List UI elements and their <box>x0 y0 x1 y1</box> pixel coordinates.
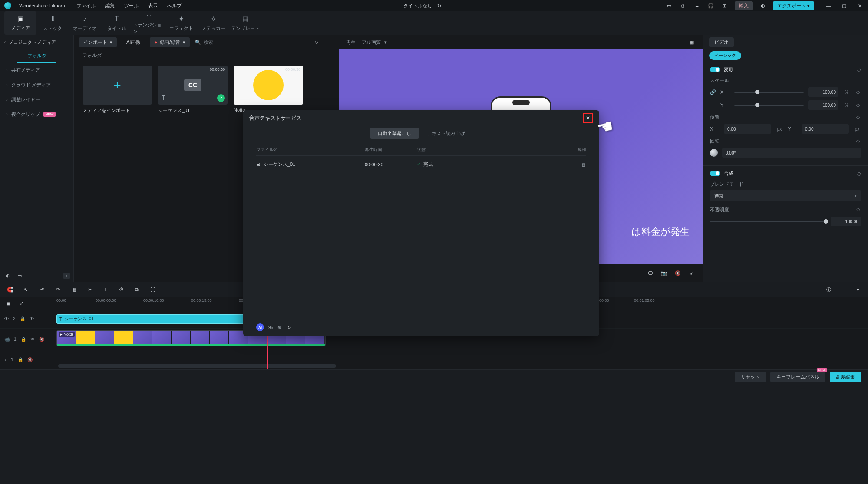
transform-toggle[interactable] <box>710 67 720 72</box>
reset-button[interactable]: リセット <box>735 372 766 382</box>
sidebar-item-cloud[interactable]: ›クラウド メディア <box>0 77 73 92</box>
search-input[interactable]: 🔍検索 <box>195 39 307 46</box>
keyframe-icon[interactable]: ◇ <box>855 114 861 121</box>
lock-icon[interactable]: 🔒 <box>20 316 25 321</box>
crop-icon[interactable]: ⧉ <box>133 286 141 293</box>
close-window-icon[interactable]: ✕ <box>856 2 864 10</box>
pos-y-input[interactable]: 0.00 <box>802 124 849 134</box>
more-icon[interactable]: ⋯ <box>326 38 333 46</box>
scale-x-input[interactable]: 100.00 <box>808 87 838 97</box>
info-icon[interactable]: ⓘ <box>825 286 832 293</box>
expand-icon[interactable]: ⤢ <box>17 299 25 307</box>
grid-icon[interactable]: ⊞ <box>721 2 729 10</box>
keyframe-icon[interactable]: ◇ <box>855 138 861 145</box>
modal-minimize[interactable]: — <box>571 113 579 123</box>
ai-image-button[interactable]: AI画像 <box>122 37 145 47</box>
play-tab[interactable]: 再生 <box>346 39 356 46</box>
fullscreen-icon[interactable]: ⤢ <box>688 269 696 277</box>
import-dropdown[interactable]: インポート▾ <box>79 37 117 47</box>
import-button[interactable]: 輸入 <box>735 1 753 10</box>
advanced-edit-button[interactable]: 高度編集 <box>830 372 861 382</box>
add-credits[interactable]: ⊕ <box>277 325 281 330</box>
media-import-card[interactable]: + メディアをインポート <box>83 66 152 114</box>
keyframe-icon[interactable]: ◇ <box>855 89 861 95</box>
display-icon[interactable]: 🖵 <box>646 269 654 277</box>
tab-media[interactable]: ▣メディア <box>4 11 36 35</box>
cut-icon[interactable]: ✂ <box>86 286 94 293</box>
layout-icon[interactable]: ▭ <box>665 2 673 10</box>
speed-icon[interactable]: ⏱ <box>117 286 125 293</box>
tab-sticker[interactable]: ✧ステッカー <box>197 11 229 35</box>
camera-icon[interactable]: 📷 <box>660 269 668 277</box>
quality-select[interactable]: フル画質▾ <box>362 39 387 46</box>
tab-title[interactable]: Tタイトル <box>101 11 133 35</box>
menu-view[interactable]: 表示 <box>148 3 158 9</box>
undo-icon[interactable]: ↶ <box>38 286 46 293</box>
folder-tab[interactable]: フォルダ <box>17 49 56 63</box>
menu-tool[interactable]: ツール <box>124 3 139 9</box>
keyframe-icon[interactable]: ◇ <box>857 171 861 177</box>
modal-tab-stt[interactable]: 自動字幕起こし <box>370 128 419 139</box>
menu-file[interactable]: ファイル <box>76 3 96 9</box>
volume-icon[interactable]: 🔇 <box>674 269 682 277</box>
keyframe-icon[interactable]: ◇ <box>855 207 861 213</box>
headphones-icon[interactable]: 🎧 <box>707 2 715 10</box>
keyframe-icon[interactable]: ◇ <box>855 102 861 108</box>
inspector-subtab-basic[interactable]: ベーシック <box>709 51 741 60</box>
record-dropdown[interactable]: ●録画/録音▾ <box>150 37 190 47</box>
folder-icon[interactable]: ▭ <box>16 272 23 280</box>
redo-icon[interactable]: ↷ <box>54 286 62 293</box>
composite-toggle[interactable] <box>710 171 720 176</box>
history-icon[interactable]: ↻ <box>436 2 443 10</box>
collapse-sidebar[interactable]: ‹ <box>63 273 70 279</box>
menu-edit[interactable]: 編集 <box>105 3 115 9</box>
filter-icon[interactable]: ▽ <box>313 38 320 46</box>
modal-tab-tts[interactable]: テキスト読み上げ <box>419 128 473 139</box>
sidebar-item-adjust[interactable]: ›調整レイヤー <box>0 92 73 107</box>
sidebar-item-shared[interactable]: ›共有メディア <box>0 63 73 77</box>
delete-icon[interactable]: 🗑 <box>70 286 78 293</box>
fit-icon[interactable]: ▣ <box>4 299 12 307</box>
project-media-header[interactable]: ‹プロジェクトメディア <box>0 35 73 49</box>
link-icon[interactable]: 🔗 <box>710 89 716 95</box>
scale-y-input[interactable]: 100.00 <box>808 100 838 110</box>
minimize-icon[interactable]: — <box>825 2 832 10</box>
tab-audio[interactable]: ♪オーディオ <box>69 11 101 35</box>
tab-stock[interactable]: ⬇ストック <box>36 11 69 35</box>
mute-icon[interactable]: 🔇 <box>39 337 44 342</box>
inspector-tab-video[interactable]: ビデオ <box>709 37 734 47</box>
rotation-input[interactable]: 0.00° <box>722 148 861 158</box>
refresh-icon[interactable]: ↻ <box>285 323 293 331</box>
text-tool-icon[interactable]: T <box>102 286 109 293</box>
video-track-icon[interactable]: 📹 <box>4 337 10 342</box>
opacity-slider[interactable] <box>710 221 826 222</box>
eye-icon[interactable]: 👁 <box>30 337 35 342</box>
group-icon[interactable]: ⛶ <box>149 286 156 293</box>
save-icon[interactable]: ⎙ <box>679 2 687 10</box>
menu-help[interactable]: ヘルプ <box>167 3 182 9</box>
cloud-icon[interactable]: ☁ <box>693 2 701 10</box>
timeline-scrollbar[interactable] <box>58 364 336 368</box>
eye-icon[interactable]: 👁 <box>4 316 9 321</box>
modal-close[interactable]: ✕ <box>583 113 593 123</box>
media-card[interactable]: 00:00:30 Notta <box>234 66 303 114</box>
opacity-input[interactable]: 100.00 <box>831 217 861 226</box>
new-folder-icon[interactable]: ⊕ <box>3 272 11 280</box>
account-icon[interactable]: ◐ <box>759 2 767 10</box>
tab-template[interactable]: ▦テンプレート <box>229 11 261 35</box>
pos-x-input[interactable]: 0.00 <box>724 124 771 134</box>
mute-icon[interactable]: 👁 <box>30 316 34 321</box>
pointer-icon[interactable]: ↖ <box>22 286 30 293</box>
tab-effect[interactable]: ✦エフェクト <box>165 11 197 35</box>
delete-row[interactable]: 🗑 <box>560 162 586 167</box>
blend-mode-select[interactable]: 通常▾ <box>710 190 861 201</box>
lock-icon[interactable]: 🔒 <box>21 337 26 342</box>
sidebar-item-compound[interactable]: ›複合クリップNEW <box>0 107 73 122</box>
more-icon[interactable]: ▾ <box>854 286 862 293</box>
keyframe-icon[interactable]: ◇ <box>857 67 861 73</box>
export-button[interactable]: エクスポート ▾ <box>773 1 814 10</box>
scale-x-slider[interactable] <box>734 92 804 93</box>
magnet-icon[interactable]: 🧲 <box>6 286 14 293</box>
rotation-dial[interactable] <box>710 149 718 157</box>
audio-track-icon[interactable]: ♪ <box>4 357 7 362</box>
